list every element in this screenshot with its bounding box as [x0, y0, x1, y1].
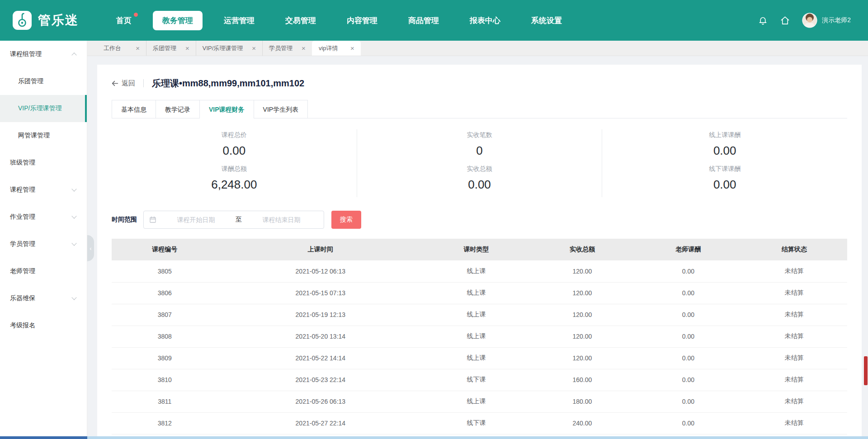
- table-cell: 3811: [112, 391, 217, 412]
- table-cell: 0.00: [635, 391, 741, 412]
- table-cell: 未结算: [741, 369, 847, 391]
- window-tab[interactable]: 乐团管理×: [146, 41, 196, 56]
- table-cell: 未结算: [741, 347, 847, 369]
- home-icon[interactable]: [780, 15, 790, 26]
- nav-item[interactable]: 运营管理: [214, 11, 264, 30]
- table-cell: 180.00: [529, 391, 635, 412]
- nav-item-label: 首页: [116, 16, 132, 25]
- nav-item-label: 报表中心: [470, 16, 500, 25]
- table-cell: 线上课: [423, 260, 529, 282]
- top-navbar: 管乐迷 首页教务管理运营管理交易管理内容管理商品管理报表中心系统设置: [0, 0, 868, 41]
- nav-item[interactable]: 商品管理: [399, 11, 448, 30]
- sidebar-item[interactable]: 学员管理: [0, 231, 87, 258]
- window-tab[interactable]: vip详情×: [312, 41, 361, 56]
- detail-tab[interactable]: VIP学生列表: [254, 100, 308, 118]
- window-tab-label: VIP/乐理课管理: [203, 44, 243, 52]
- table-cell: 2021-05-27 22:14: [217, 412, 423, 434]
- nav-item[interactable]: 报表中心: [460, 11, 510, 30]
- table-cell: 未结算: [741, 260, 847, 282]
- close-icon[interactable]: ×: [350, 45, 354, 52]
- stats: 课程总价0.00课酬总额6,248.00实收笔数0实收总额0.00线上课课酬0.…: [112, 129, 847, 197]
- end-date-input[interactable]: [245, 216, 318, 224]
- sidebar-item[interactable]: 网管课管理: [0, 122, 87, 149]
- stat-value: 0.00: [602, 144, 847, 158]
- detail-tabs: 基本信息教学记录VIP课程财务VIP学生列表: [112, 100, 847, 118]
- table-cell: 2021-05-15 07:13: [217, 282, 423, 304]
- table-cell: 2021-05-26 06:13: [217, 391, 423, 412]
- stat-label: 课程总价: [112, 131, 357, 139]
- table-row: 38112021-05-26 06:13线上课180.000.00未结算: [112, 391, 847, 412]
- nav-item[interactable]: 内容管理: [337, 11, 387, 30]
- notification-dot: [134, 13, 138, 17]
- nav-item-label: 商品管理: [408, 16, 439, 25]
- column-header: 老师课酬: [635, 239, 741, 260]
- sidebar-item[interactable]: 老师管理: [0, 258, 87, 285]
- logo-icon: [13, 11, 32, 30]
- horizontal-scrollbar-thumb[interactable]: [0, 436, 87, 439]
- sidebar-item[interactable]: 乐器维保: [0, 285, 87, 312]
- tab-bar: 工作台×乐团管理×VIP/乐理课管理×学员管理×vip详情×: [87, 41, 868, 56]
- table-cell: 未结算: [741, 391, 847, 412]
- window-tab[interactable]: VIP/乐理课管理×: [196, 41, 262, 56]
- close-icon[interactable]: ×: [185, 45, 189, 52]
- arrow-left-icon: [112, 80, 118, 87]
- close-icon[interactable]: ×: [252, 45, 256, 52]
- sidebar-item[interactable]: 课程组管理: [0, 41, 87, 68]
- back-button[interactable]: 返回: [112, 79, 135, 88]
- nav-item-label: 运营管理: [224, 16, 255, 25]
- stat-label: 线下课课酬: [602, 165, 847, 173]
- sidebar-item[interactable]: 乐团管理: [0, 68, 87, 95]
- sidebar-item[interactable]: 课程管理: [0, 176, 87, 203]
- search-button[interactable]: 搜索: [331, 211, 361, 229]
- stat-value: 6,248.00: [112, 178, 357, 192]
- table-row: 38072021-05-19 12:13线上课120.000.00未结算: [112, 304, 847, 326]
- table-cell: 0.00: [635, 347, 741, 369]
- close-icon[interactable]: ×: [136, 45, 140, 52]
- nav-item-label: 系统设置: [531, 16, 562, 25]
- sidebar-item[interactable]: 作业管理: [0, 203, 87, 231]
- start-date-input[interactable]: [159, 216, 233, 224]
- table-row: 38052021-05-12 06:13线上课120.000.00未结算: [112, 260, 847, 282]
- window-tab[interactable]: 工作台×: [97, 41, 146, 56]
- table-cell: 120.00: [529, 304, 635, 326]
- sidebar-item-label: 课程组管理: [10, 50, 42, 58]
- sidebar-item[interactable]: VIP/乐理课管理: [0, 95, 87, 122]
- window-tab[interactable]: 学员管理×: [262, 41, 312, 56]
- sidebar-item[interactable]: 考级报名: [0, 312, 87, 339]
- chevron-down-icon: [71, 295, 76, 300]
- nav-item[interactable]: 交易管理: [276, 11, 326, 30]
- nav-item[interactable]: 首页: [107, 11, 141, 30]
- table-cell: 线上课: [423, 282, 529, 304]
- sidebar-item-label: 乐器维保: [10, 294, 35, 302]
- chevron-down-icon: [71, 186, 76, 191]
- stat-value: 0.00: [112, 144, 357, 158]
- close-icon[interactable]: ×: [302, 45, 306, 52]
- sidebar-item[interactable]: 班级管理: [0, 149, 87, 176]
- window-tab-label: vip详情: [319, 44, 338, 52]
- detail-tab[interactable]: VIP课程财务: [199, 100, 254, 118]
- stat-label: 实收笔数: [357, 131, 602, 139]
- date-range-input[interactable]: 至: [143, 211, 324, 229]
- nav-item[interactable]: 系统设置: [522, 11, 571, 30]
- chevron-down-icon: [71, 241, 76, 245]
- navbar-right: 演示老师2: [758, 13, 868, 28]
- bell-icon[interactable]: [758, 15, 768, 26]
- column-header: 课时类型: [423, 239, 529, 260]
- detail-tab[interactable]: 教学记录: [156, 100, 200, 118]
- column-header: 实收总额: [529, 239, 635, 260]
- table-cell: 线下课: [423, 412, 529, 434]
- sidebar-item-label: 学员管理: [10, 240, 35, 248]
- nav-item[interactable]: 教务管理: [153, 11, 203, 30]
- table-cell: 3810: [112, 369, 217, 391]
- horizontal-scrollbar: [0, 436, 868, 439]
- table-cell: 3812: [112, 412, 217, 434]
- vertical-scrollbar-thumb[interactable]: [864, 356, 868, 385]
- filter-label: 时间范围: [112, 216, 137, 224]
- table-cell: 2021-05-22 14:14: [217, 347, 423, 369]
- user-menu[interactable]: 演示老师2: [802, 13, 851, 28]
- detail-tab[interactable]: 基本信息: [112, 100, 156, 118]
- sidebar-collapse-handle[interactable]: ‹: [87, 235, 94, 261]
- stat-column: 实收笔数0实收总额0.00: [357, 129, 602, 197]
- sidebar-item-label: VIP/乐理课管理: [18, 104, 61, 113]
- table-cell: 线上课: [423, 391, 529, 412]
